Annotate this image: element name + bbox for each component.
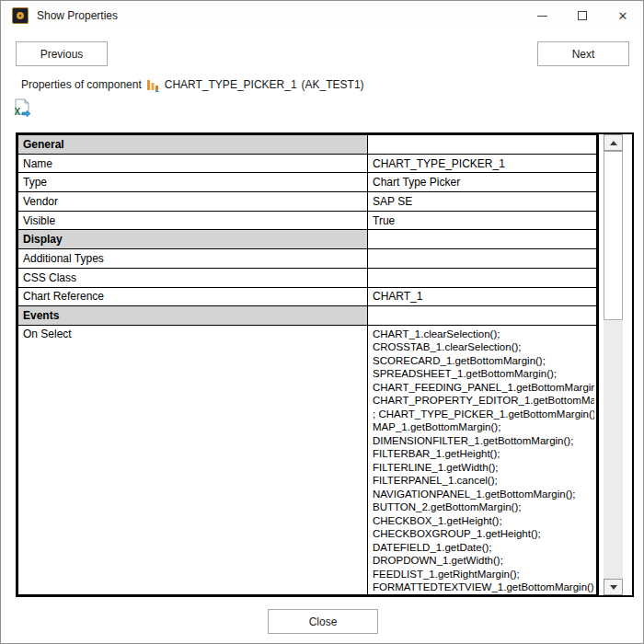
show-properties-dialog: Show Properties ✕ Previous Next Properti… [0, 0, 644, 644]
app-logo-ring [17, 12, 24, 19]
code-line: ; CHART_TYPE_PICKER_1.getBottomMargin(); [373, 408, 594, 421]
property-label: Vendor [18, 192, 368, 212]
properties-panel: GeneralNameCHART_TYPE_PICKER_1TypeChart … [16, 132, 634, 597]
property-row: Chart ReferenceCHART_1 [18, 287, 597, 306]
bar-chart-icon [146, 78, 160, 92]
property-row: NameCHART_TYPE_PICKER_1 [18, 154, 597, 173]
code-line: FILTERLINE_1.getWidth(); [373, 461, 594, 475]
property-value: True [368, 211, 597, 230]
export-to-excel-icon[interactable]: X [13, 98, 31, 118]
minimize-icon [537, 16, 547, 17]
close-button[interactable]: Close [268, 609, 378, 634]
code-line: CHART_1.clearSelection(); [373, 328, 594, 341]
property-label: On Select [18, 325, 368, 594]
properties-table-body: GeneralNameCHART_TYPE_PICKER_1TypeChart … [18, 135, 597, 595]
section-label: Events [18, 306, 368, 326]
code-line: CHART_PROPERTY_EDITOR_1.getBottomMargin(… [373, 394, 594, 408]
property-label: Name [18, 154, 368, 173]
property-row: Additional Types [18, 249, 597, 269]
vertical-scrollbar[interactable] [604, 134, 623, 595]
code-line: FEEDLIST_1.getRightMargin(); [373, 568, 594, 581]
code-line: CHECKBOXGROUP_1.getHeight(); [373, 527, 594, 541]
minimize-button[interactable] [522, 1, 562, 30]
property-row: VisibleTrue [18, 211, 597, 230]
maximize-button[interactable] [562, 1, 603, 30]
property-value [368, 135, 597, 155]
property-row: On SelectCHART_1.clearSelection();CROSST… [18, 325, 597, 594]
svg-text:X: X [15, 107, 21, 117]
code-line: SPREADSHEET_1.getBottomMargin(); [373, 367, 594, 381]
scroll-down-button[interactable] [604, 579, 623, 595]
property-label: Chart Reference [18, 287, 368, 306]
header-prefix: Properties of component [21, 78, 142, 91]
app-logo-icon [12, 7, 29, 24]
previous-button[interactable]: Previous [16, 41, 108, 66]
triangle-up-icon [610, 141, 617, 145]
component-header: Properties of component CHART_TYPE_PICKE… [21, 76, 364, 93]
code-line: DATEFIELD_1.getDate(); [373, 541, 594, 555]
code-line: CROSSTAB_1.clearSelection(); [373, 340, 594, 354]
code-line: FILTERPANEL_1.cancel(); [373, 474, 594, 488]
code-line: SCORECARD_1.getBottomMargin(); [373, 354, 594, 368]
property-value: CHART_1 [368, 287, 597, 306]
triangle-down-icon [610, 585, 617, 590]
scrollbar-thumb[interactable] [604, 151, 623, 320]
maximize-icon [578, 11, 587, 20]
section-row: Events [18, 306, 597, 326]
property-row: CSS Class [18, 268, 597, 287]
close-icon: ✕ [618, 10, 628, 22]
code-line: CHART_FEEDING_PANEL_1.getBottomMargin(); [373, 381, 594, 395]
code-line: FORMATTEDTEXTVIEW_1.getBottomMargin(); [373, 581, 594, 594]
property-label: Type [18, 173, 368, 192]
property-value: CHART_TYPE_PICKER_1 [368, 154, 597, 173]
code-line: NAVIGATIONPANEL_1.getBottomMargin(); [373, 488, 594, 501]
property-label: Visible [18, 211, 368, 230]
header-suffix: (AK_TEST1) [302, 78, 364, 91]
code-line: DROPDOWN_1.getWidth(); [373, 554, 594, 568]
properties-table: GeneralNameCHART_TYPE_PICKER_1TypeChart … [17, 134, 599, 595]
title-bar: Show Properties ✕ [1, 1, 643, 30]
scroll-up-button[interactable] [604, 134, 623, 151]
window-controls: ✕ [522, 1, 643, 30]
property-label: CSS Class [18, 268, 368, 287]
header-component-name: CHART_TYPE_PICKER_1 [165, 78, 297, 91]
next-button[interactable]: Next [537, 41, 629, 66]
scrollbar-area [599, 134, 630, 595]
section-row: Display [18, 230, 597, 249]
close-window-button[interactable]: ✕ [603, 1, 643, 30]
section-label: General [18, 135, 368, 155]
property-row: TypeChart Type Picker [18, 173, 597, 192]
code-line: DIMENSIONFILTER_1.getBottomMargin(); [373, 434, 594, 448]
code-line: BUTTON_2.getBottomMargin(); [373, 500, 594, 514]
window-title: Show Properties [37, 9, 118, 22]
property-value-script: CHART_1.clearSelection();CROSSTAB_1.clea… [368, 325, 597, 594]
section-row: General [18, 135, 597, 155]
section-label: Display [18, 230, 368, 249]
property-value: SAP SE [368, 192, 597, 212]
code-line: FILTERBAR_1.getHeight(); [373, 447, 594, 461]
property-row: VendorSAP SE [18, 192, 597, 212]
property-value: Chart Type Picker [368, 173, 597, 192]
property-value [368, 268, 597, 287]
property-value [368, 306, 597, 326]
property-value [368, 249, 597, 269]
code-line: CHECKBOX_1.getHeight(); [373, 514, 594, 528]
property-label: Additional Types [18, 249, 368, 269]
property-value [368, 230, 597, 249]
code-line: MAP_1.getBottomMargin(); [373, 420, 594, 434]
scrollbar-track[interactable] [604, 320, 623, 579]
